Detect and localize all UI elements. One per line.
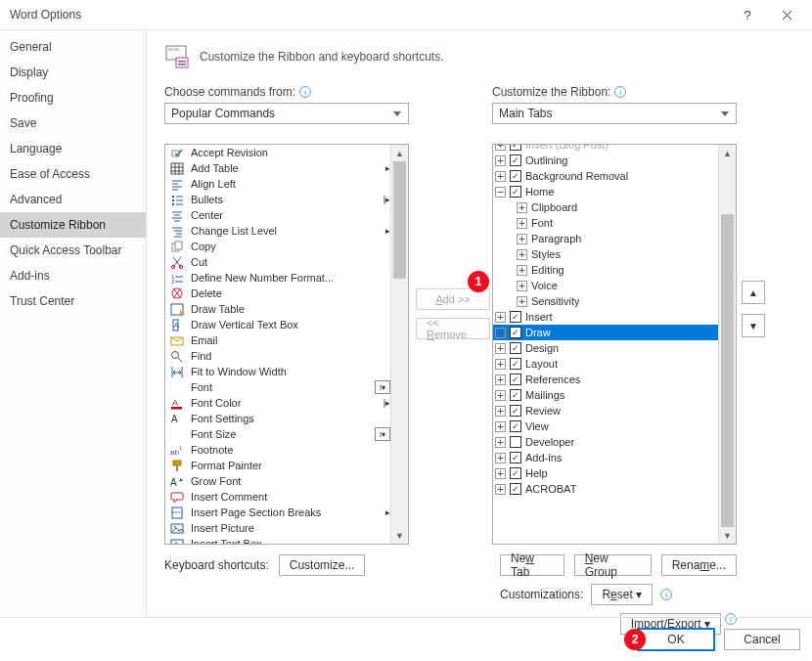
command-item[interactable]: Insert Page Section Breaks▸: [165, 505, 408, 520]
command-item[interactable]: FontI▾: [165, 379, 408, 395]
tree-checkbox[interactable]: [510, 311, 521, 323]
expand-icon[interactable]: +: [495, 421, 506, 432]
scroll-down-icon[interactable]: ▼: [391, 527, 408, 544]
expand-icon[interactable]: +: [495, 468, 506, 479]
close-button[interactable]: [767, 1, 806, 28]
command-item[interactable]: Cut: [165, 254, 408, 270]
cancel-button[interactable]: Cancel: [724, 629, 800, 650]
nav-item-save[interactable]: Save: [0, 110, 146, 136]
tree-checkbox[interactable]: [510, 389, 521, 401]
expand-icon[interactable]: +: [495, 437, 506, 448]
tree-checkbox[interactable]: [510, 145, 521, 151]
tree-checkbox[interactable]: [510, 154, 521, 166]
new-tab-button[interactable]: New Tab: [500, 554, 564, 576]
tree-item[interactable]: +Design: [493, 340, 719, 356]
scroll-up-icon[interactable]: ▲: [719, 145, 736, 161]
move-up-button[interactable]: ▲: [742, 281, 765, 304]
info-icon[interactable]: i: [614, 86, 626, 98]
customize-keyboard-button[interactable]: Customize...: [279, 554, 366, 576]
nav-item-trust-center[interactable]: Trust Center: [0, 288, 146, 314]
tree-item[interactable]: +Draw: [493, 325, 719, 340]
choose-commands-dropdown[interactable]: Popular Commands: [164, 103, 409, 124]
tree-checkbox[interactable]: [510, 342, 521, 354]
expand-icon[interactable]: +: [517, 202, 527, 213]
tree-checkbox[interactable]: [510, 405, 521, 417]
command-item[interactable]: Font SizeI▾: [165, 426, 408, 442]
nav-item-language[interactable]: Language: [0, 136, 146, 161]
command-item[interactable]: ab1Footnote: [165, 442, 408, 458]
expand-icon[interactable]: +: [495, 375, 506, 385]
nav-item-customize-ribbon[interactable]: Customize Ribbon: [0, 212, 146, 238]
tree-checkbox[interactable]: [510, 452, 521, 463]
tree-item[interactable]: −Home: [493, 184, 719, 199]
customize-ribbon-dropdown[interactable]: Main Tabs: [492, 103, 737, 124]
tree-item[interactable]: +Paragraph: [493, 231, 719, 246]
command-item[interactable]: Insert Picture: [165, 520, 408, 536]
scrollbar[interactable]: ▲ ▼: [390, 145, 408, 544]
rename-button[interactable]: Rename...: [661, 554, 737, 576]
tree-item[interactable]: +Insert: [493, 309, 719, 325]
ribbon-tree[interactable]: +Insert (Blog Post)+Outlining+Background…: [492, 144, 737, 545]
scroll-up-icon[interactable]: ▲: [391, 145, 408, 161]
expand-icon[interactable]: +: [495, 312, 506, 323]
tree-item[interactable]: +Add-ins: [493, 450, 719, 465]
tree-item[interactable]: +Voice: [493, 278, 719, 293]
tree-checkbox[interactable]: [510, 436, 521, 448]
tree-checkbox[interactable]: [510, 186, 521, 198]
tree-item[interactable]: +Insert (Blog Post): [493, 145, 719, 153]
command-item[interactable]: Insert Comment: [165, 489, 408, 505]
scrollbar[interactable]: ▲ ▼: [718, 145, 736, 544]
info-icon[interactable]: i: [299, 86, 311, 98]
tree-item[interactable]: +Outlining: [493, 153, 719, 168]
command-item[interactable]: Change List Level▸: [165, 223, 408, 239]
command-item[interactable]: Accept Revision: [165, 145, 408, 160]
command-item[interactable]: Align Left: [165, 176, 408, 192]
expand-icon[interactable]: +: [495, 328, 506, 338]
info-icon[interactable]: i: [660, 589, 672, 600]
command-item[interactable]: AFont Settings: [165, 411, 408, 426]
tree-item[interactable]: +ACROBAT: [493, 481, 719, 497]
expand-icon[interactable]: +: [495, 390, 506, 401]
command-item[interactable]: 12Define New Number Format...: [165, 270, 408, 286]
move-down-button[interactable]: ▼: [742, 314, 765, 337]
tree-checkbox[interactable]: [510, 170, 521, 182]
collapse-icon[interactable]: −: [495, 187, 506, 198]
expand-icon[interactable]: +: [517, 249, 527, 260]
new-group-button[interactable]: New Group: [574, 554, 652, 576]
command-item[interactable]: Center: [165, 207, 408, 223]
command-item[interactable]: Fit to Window Width: [165, 364, 408, 379]
remove-button[interactable]: << Remove: [416, 318, 490, 339]
tree-checkbox[interactable]: [510, 420, 521, 432]
tree-item[interactable]: +Font: [493, 215, 719, 231]
expand-icon[interactable]: +: [495, 484, 506, 495]
command-item[interactable]: AInsert Text Box: [165, 536, 408, 544]
tree-item[interactable]: +Review: [493, 403, 719, 419]
tree-checkbox[interactable]: [510, 483, 521, 495]
tree-item[interactable]: +References: [493, 372, 719, 387]
command-item[interactable]: AGrow Font: [165, 473, 408, 489]
command-item[interactable]: AFont Color|▸: [165, 395, 408, 411]
nav-item-add-ins[interactable]: Add-ins: [0, 263, 146, 288]
scroll-down-icon[interactable]: ▼: [719, 527, 736, 544]
tree-item[interactable]: +Mailings: [493, 387, 719, 403]
expand-icon[interactable]: +: [517, 281, 527, 291]
expand-icon[interactable]: +: [495, 171, 506, 182]
expand-icon[interactable]: +: [517, 296, 527, 307]
tree-item[interactable]: +Developer: [493, 434, 719, 450]
ok-button[interactable]: OK: [638, 629, 714, 650]
tree-item[interactable]: +Editing: [493, 262, 719, 278]
scroll-thumb[interactable]: [393, 161, 406, 279]
tree-checkbox[interactable]: [510, 374, 521, 385]
nav-item-ease-of-access[interactable]: Ease of Access: [0, 161, 146, 187]
commands-listbox[interactable]: Accept RevisionAdd Table▸Align LeftBulle…: [164, 144, 409, 545]
reset-button[interactable]: Reset ▾: [591, 584, 653, 605]
expand-icon[interactable]: +: [495, 145, 506, 151]
command-item[interactable]: Add Table▸: [165, 160, 408, 176]
nav-item-proofing[interactable]: Proofing: [0, 85, 146, 110]
tree-checkbox[interactable]: [510, 327, 521, 338]
expand-icon[interactable]: +: [495, 155, 506, 166]
tree-item[interactable]: +Background Removal: [493, 168, 719, 184]
expand-icon[interactable]: +: [495, 453, 506, 463]
expand-icon[interactable]: +: [517, 234, 527, 244]
tree-checkbox[interactable]: [510, 467, 521, 479]
